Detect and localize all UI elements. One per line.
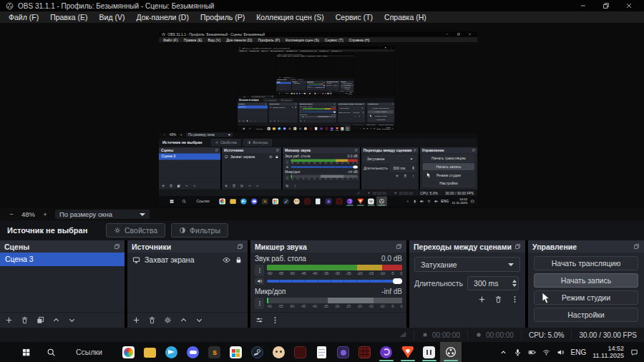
- dock-popout-icon[interactable]: [364, 103, 365, 104]
- duplicate-scene-icon[interactable]: [246, 120, 248, 122]
- taskbar-zen-browser-icon[interactable]: [345, 196, 356, 206]
- volume-slider-handle[interactable]: [393, 278, 402, 284]
- dock-popout-icon[interactable]: [296, 103, 297, 104]
- taskbar-folder-icon[interactable]: [271, 126, 276, 131]
- volume-slider[interactable]: [267, 280, 402, 283]
- taskbar-notepad-icon[interactable]: [313, 196, 323, 206]
- remove-source-icon[interactable]: [232, 184, 235, 187]
- volume-icon[interactable]: [434, 200, 437, 203]
- move-source-down-icon[interactable]: [195, 316, 203, 324]
- move-source-up-icon[interactable]: [180, 316, 187, 324]
- channel-options-button[interactable]: [255, 265, 264, 276]
- taskbar-picpick-icon[interactable]: [118, 342, 140, 362]
- taskbar-brave-icon[interactable]: [355, 196, 366, 206]
- add-transition-icon[interactable]: [334, 87, 335, 88]
- tray-chevron-up-icon[interactable]: [406, 200, 409, 203]
- minimize-icon[interactable]: [379, 47, 381, 49]
- transition-select[interactable]: Затухание: [338, 107, 364, 110]
- taskbar-purple-app-icon[interactable]: [323, 196, 334, 206]
- filters-button[interactable]: Фильтры: [243, 139, 271, 146]
- dock-popout-icon[interactable]: [514, 243, 521, 250]
- taskbar-search-button[interactable]: [47, 348, 56, 357]
- transition-select[interactable]: Затухание: [364, 155, 416, 162]
- remove-scene-icon[interactable]: [169, 184, 172, 187]
- remove-scene-icon[interactable]: [243, 120, 245, 122]
- move-source-down-icon[interactable]: [255, 184, 259, 187]
- remove-scene-icon[interactable]: [21, 316, 29, 324]
- dock-popout-icon[interactable]: [633, 243, 640, 250]
- battery-icon[interactable]: [366, 127, 369, 129]
- channel-options-button[interactable]: [300, 108, 302, 111]
- language-indicator[interactable]: ENG: [377, 127, 381, 129]
- remove-transition-icon[interactable]: [336, 87, 337, 88]
- remove-transition-icon[interactable]: [404, 174, 407, 177]
- taskbar-sublime-text-icon[interactable]: s: [260, 196, 270, 206]
- add-transition-icon[interactable]: [354, 115, 356, 117]
- taskbar-search-button[interactable]: [182, 199, 186, 203]
- taskbar-telegram-icon[interactable]: [238, 196, 249, 206]
- taskbar-dark-red-game-icon[interactable]: [290, 342, 311, 362]
- taskbar-notepad-icon[interactable]: [313, 126, 318, 131]
- channel-options-button[interactable]: [255, 298, 264, 309]
- add-transition-icon[interactable]: [395, 174, 399, 177]
- mute-button[interactable]: [255, 278, 264, 285]
- source-list-item[interactable]: Захват экрана: [222, 153, 281, 160]
- taskbar-isaac-game-icon[interactable]: [291, 196, 302, 206]
- zoom-fit-dropdown[interactable]: По размеру окна: [186, 132, 233, 137]
- menu-item[interactable]: Справка (H): [379, 11, 432, 23]
- menu-item[interactable]: Файл (F): [160, 37, 181, 43]
- dock-popout-icon[interactable]: [237, 243, 243, 250]
- close-icon[interactable]: [625, 2, 633, 9]
- clock[interactable]: 14:52 11.11.2025: [348, 92, 351, 94]
- dock-popout-icon[interactable]: [472, 149, 475, 152]
- preview-capture[interactable]: OBS 31.1.1 - Профиль: Безымянный - Сцены…: [159, 31, 477, 206]
- volume-slider-handle[interactable]: [333, 112, 336, 113]
- mixer-menu-icon[interactable]: [293, 184, 296, 187]
- settings-button[interactable]: Настройки: [368, 118, 394, 122]
- zoom-fit-dropdown[interactable]: По размеру окна: [55, 210, 150, 219]
- menu-item[interactable]: Док-панели (D): [130, 11, 194, 23]
- mixer-menu-icon[interactable]: [271, 316, 279, 324]
- mute-button[interactable]: [300, 111, 302, 112]
- tray-chevron-up-icon[interactable]: [336, 93, 337, 94]
- properties-button[interactable]: Свойства: [263, 99, 278, 102]
- duplicate-scene-icon[interactable]: [177, 184, 180, 187]
- microphone-icon[interactable]: [514, 348, 522, 356]
- move-scene-up-icon[interactable]: [52, 316, 60, 324]
- move-source-down-icon[interactable]: [286, 120, 288, 122]
- menu-item[interactable]: Сервис (T): [322, 37, 346, 43]
- dock-popout-icon[interactable]: [396, 243, 402, 250]
- move-scene-down-icon[interactable]: [68, 316, 76, 324]
- remove-transition-icon[interactable]: [358, 115, 361, 117]
- volume-icon[interactable]: [343, 93, 344, 94]
- start-recording-button[interactable]: Начать запись: [368, 110, 394, 114]
- language-indicator[interactable]: ENG: [345, 93, 347, 94]
- taskbar-brave-icon[interactable]: [397, 342, 419, 362]
- taskbar-red-grid-game-icon[interactable]: [324, 126, 329, 131]
- taskbar-microsoft-store-icon[interactable]: [270, 196, 281, 206]
- visibility-eye-icon[interactable]: [269, 155, 273, 158]
- taskbar-white-app-icon[interactable]: [340, 126, 345, 131]
- minimize-icon[interactable]: [445, 32, 449, 36]
- dock-popout-icon[interactable]: [414, 149, 416, 152]
- source-properties-icon[interactable]: [164, 316, 172, 324]
- clock[interactable]: 14:52 11.11.2025: [592, 345, 624, 360]
- zoom-out-button[interactable]: −: [7, 210, 16, 218]
- taskbar-discord-icon[interactable]: [282, 126, 287, 131]
- start-button[interactable]: [279, 93, 280, 94]
- clock[interactable]: 14:52 11.11.2025: [382, 127, 390, 130]
- mixer-menu-icon[interactable]: [303, 120, 306, 122]
- add-source-icon[interactable]: [132, 316, 140, 324]
- taskbar-red-grid-game-icon[interactable]: [354, 342, 376, 362]
- menu-item[interactable]: Вид (V): [205, 37, 224, 43]
- taskbar-obs-studio-icon[interactable]: [440, 342, 462, 362]
- dock-popout-icon[interactable]: [215, 149, 218, 152]
- lock-icon[interactable]: [305, 83, 306, 84]
- transition-menu-icon[interactable]: [511, 295, 519, 303]
- channel-options-button[interactable]: [285, 159, 289, 165]
- menu-item[interactable]: Док-панели (D): [223, 37, 255, 43]
- start-recording-button[interactable]: Начать запись: [423, 163, 474, 170]
- lock-icon[interactable]: [235, 256, 243, 264]
- remove-source-icon[interactable]: [148, 316, 156, 324]
- taskbar-brave-icon[interactable]: [334, 126, 339, 131]
